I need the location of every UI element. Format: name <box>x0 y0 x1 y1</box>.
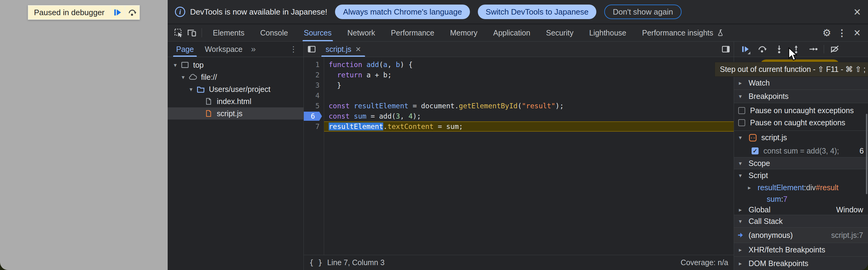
notification-close-icon[interactable]: × <box>854 6 861 18</box>
code-line-5[interactable]: 5const resultElement = document.getEleme… <box>304 101 734 111</box>
pause-uncaught-exceptions-row[interactable]: Pause on uncaught exceptions <box>734 104 868 117</box>
section-dom-breakpoints[interactable]: ▸ DOM Breakpoints <box>734 256 868 270</box>
code-line-2[interactable]: 2 return a + b; <box>304 70 734 80</box>
code-line-content: const sum = add(3, 4); <box>324 111 734 121</box>
call-stack-frame[interactable]: (anonymous) script.js:7 <box>734 228 868 243</box>
current-frame-arrow-icon <box>737 231 745 239</box>
pause-uncaught-checkbox[interactable] <box>738 107 745 114</box>
notification-bar: i DevTools is now available in Japanese!… <box>168 0 868 24</box>
tree-item-script-js[interactable]: script.js <box>168 108 304 120</box>
settings-gear-icon[interactable]: ⚙ <box>820 26 833 39</box>
pause-caught-exceptions-row[interactable]: Pause on caught exceptions <box>734 117 868 129</box>
chevron-down-icon: ▾ <box>171 62 180 68</box>
toolbar-divider <box>824 45 824 53</box>
dont-show-again-button[interactable]: Don't show again <box>604 5 682 19</box>
step-icon <box>808 44 818 54</box>
scope-var-sum[interactable]: sum: 7 <box>734 193 868 205</box>
tab-sources[interactable]: Sources <box>296 24 340 41</box>
close-tab-icon[interactable]: × <box>355 44 361 54</box>
resume-button[interactable] <box>739 43 751 56</box>
line-number[interactable]: 4 <box>304 90 324 101</box>
section-scope[interactable]: ▾ Scope <box>734 157 868 169</box>
step-out-tooltip: Step out of current function - ⇧ F11 - ⌘… <box>715 62 868 77</box>
scrollbar[interactable] <box>866 114 867 194</box>
tab-page[interactable]: Page <box>171 41 199 57</box>
breakpoint-checkbox[interactable]: ✓ <box>751 147 758 154</box>
step-button[interactable] <box>807 43 819 56</box>
frame-name: (anonymous) <box>748 231 793 240</box>
breakpoint-file-group[interactable]: ▾ ‹› script.js <box>734 131 868 145</box>
step-over-icon <box>128 8 137 17</box>
line-number[interactable]: 3 <box>304 80 324 90</box>
pretty-print-icon[interactable]: { } <box>309 259 322 267</box>
tree-item-top[interactable]: ▾top <box>168 59 304 71</box>
chevron-right-icon: ▸ <box>748 184 757 191</box>
tab-application[interactable]: Application <box>486 24 538 41</box>
line-number[interactable]: 5 <box>304 101 324 111</box>
code-line-content: } <box>324 80 734 90</box>
breakpoint-flag-icon: 6 <box>304 112 322 121</box>
section-call-stack[interactable]: ▾ Call Stack <box>734 215 868 228</box>
info-icon: i <box>175 7 185 17</box>
global-value: Window <box>836 205 868 214</box>
tab-performance-insights[interactable]: Performance insights <box>634 24 732 41</box>
section-breakpoints[interactable]: ▾ Breakpoints <box>734 90 868 103</box>
section-xhr-breakpoints[interactable]: ▸ XHR/fetch Breakpoints <box>734 243 868 256</box>
line-number[interactable]: 2 <box>304 70 324 80</box>
code-line-6[interactable]: 6const sum = add(3, 4); <box>304 111 734 121</box>
code-line-7[interactable]: 7resultElement.textContent = sum; <box>304 121 734 132</box>
editor-status-bar: { } Line 7, Column 3 Coverage: n/a <box>304 255 734 270</box>
scope-script-group[interactable]: ▾ Script <box>734 169 868 181</box>
toggle-navigator-button[interactable] <box>304 41 319 57</box>
tab-lighthouse[interactable]: Lighthouse <box>581 24 634 41</box>
more-tabs-chevron-icon[interactable]: » <box>248 44 259 54</box>
pause-caught-checkbox[interactable] <box>738 119 745 126</box>
toggle-debugger-sidebar-button[interactable] <box>718 41 734 57</box>
code-line-3[interactable]: 3 } <box>304 80 734 90</box>
tab-security[interactable]: Security <box>538 24 581 41</box>
navigator-menu-dots-icon[interactable]: ⋮ <box>286 44 301 54</box>
chevron-right-icon: ▸ <box>739 260 748 267</box>
deactivate-breakpoints-button[interactable] <box>828 43 841 56</box>
scope-global-group[interactable]: ▸ Global Window <box>734 205 868 215</box>
tab-elements[interactable]: Elements <box>205 24 252 41</box>
section-watch[interactable]: ▸ Watch <box>734 76 868 90</box>
step-into-button[interactable] <box>773 43 785 56</box>
breakpoints-content: Pause on uncaught exceptions Pause on ca… <box>734 103 868 131</box>
tree-item-index-html[interactable]: index.html <box>168 95 304 108</box>
close-devtools-icon[interactable]: × <box>850 26 864 39</box>
tab-memory[interactable]: Memory <box>442 24 485 41</box>
inspect-element-button[interactable] <box>172 26 185 39</box>
switch-devtools-japanese-button[interactable]: Switch DevTools to Japanese <box>478 5 597 19</box>
notification-message: DevTools is now available in Japanese! <box>190 7 327 17</box>
line-number[interactable]: 7 <box>304 121 324 132</box>
breakpoint-entry[interactable]: ✓ const sum = add(3, 4); 6 <box>734 145 868 157</box>
tab-network[interactable]: Network <box>340 24 383 41</box>
code-line-content: const resultElement = document.getElemen… <box>324 101 734 111</box>
panel-left-icon <box>307 44 316 54</box>
scope-var-resultelement[interactable]: ▸ resultElement: div#result <box>734 181 868 193</box>
code-line-4[interactable]: 4 <box>304 90 734 101</box>
step-over-button-overlay[interactable] <box>125 6 139 19</box>
step-over-button[interactable] <box>756 43 769 56</box>
chevron-right-icon: ▸ <box>739 246 748 253</box>
editor-tab-scriptjs[interactable]: script.js × <box>319 41 367 57</box>
tab-workspace[interactable]: Workspace <box>199 41 248 57</box>
tab-console[interactable]: Console <box>252 24 296 41</box>
tab-performance[interactable]: Performance <box>383 24 442 41</box>
resume-script-button[interactable] <box>110 6 125 19</box>
code-line-1[interactable]: 1function add(a, b) { <box>304 59 734 70</box>
breakpoint-marker[interactable]: 6 <box>304 111 324 121</box>
editor-tab-strip: script.js × <box>304 41 734 57</box>
deactivate-breakpoints-icon <box>830 44 839 54</box>
code-editor[interactable]: 1function add(a, b) {2 return a + b;3 }4… <box>304 57 734 255</box>
tree-item-users-user-project[interactable]: ▾Users/user/project <box>168 83 304 95</box>
tree-item-label: Users/user/project <box>209 85 271 94</box>
more-options-icon[interactable]: ⋮ <box>835 26 848 39</box>
device-toolbar-button[interactable] <box>185 26 198 39</box>
code-line-content: function add(a, b) { <box>324 59 734 70</box>
code-line-content <box>324 90 734 101</box>
tree-item-file-[interactable]: ▾file:// <box>168 71 304 83</box>
always-match-language-button[interactable]: Always match Chrome's language <box>335 5 470 19</box>
line-number[interactable]: 1 <box>304 59 324 70</box>
